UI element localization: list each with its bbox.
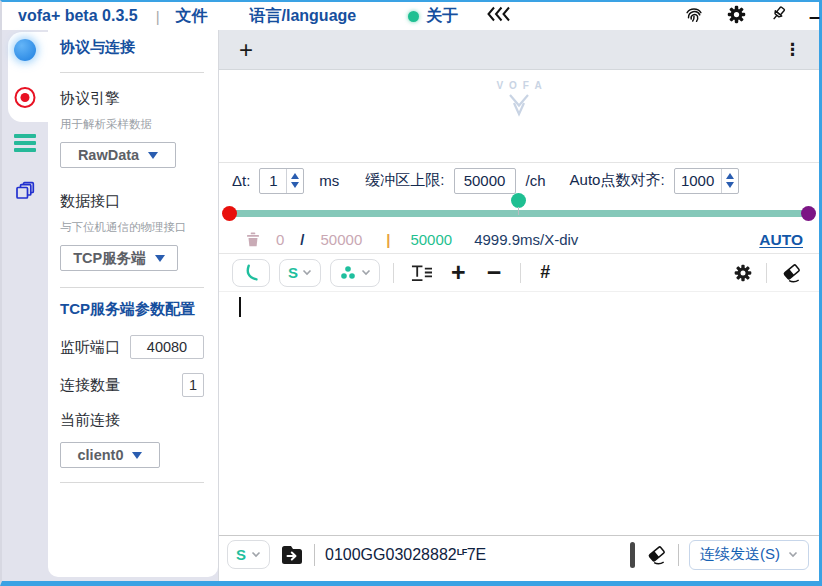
kebab-menu-icon[interactable]: ⋮ <box>784 39 801 60</box>
menu-file[interactable]: 文件 <box>176 6 208 27</box>
arrow-up-icon <box>726 173 734 179</box>
send-separator <box>314 544 315 566</box>
buffer-input[interactable]: 50000 <box>454 168 516 194</box>
scatter-widget-button[interactable] <box>330 259 380 287</box>
interface-select[interactable]: TCP服务端 <box>60 245 178 271</box>
clear-send-button[interactable] <box>645 544 668 565</box>
send-bar: S 0100GG03028882LF7E <box>219 535 819 573</box>
collapse-panel-button[interactable] <box>486 6 511 26</box>
send-button[interactable] <box>280 544 304 566</box>
vofa-watermark: VOFA <box>490 80 547 117</box>
slider-handle-mid[interactable] <box>511 193 526 208</box>
points-used: 0 <box>276 231 284 248</box>
current-connection-select[interactable]: client0 <box>60 442 160 468</box>
toolbar-separator <box>393 263 394 283</box>
send-engine-button[interactable]: S <box>227 540 270 569</box>
stats-slash: / <box>300 231 304 248</box>
connection-count-input[interactable]: 1 <box>182 373 204 397</box>
current-connection-value: client0 <box>78 447 124 463</box>
plot-settings-button[interactable] <box>733 263 753 283</box>
menu-language[interactable]: 语言/language <box>250 6 357 27</box>
pin-icon[interactable] <box>768 4 788 28</box>
slider-handle-left[interactable] <box>222 206 237 221</box>
trash-icon <box>244 230 262 249</box>
engine-widget-button[interactable]: S <box>279 259 321 287</box>
minimize-icon[interactable]: – <box>809 5 822 28</box>
send-input-text: 0100GG03028882 <box>325 546 457 564</box>
send-separator <box>678 544 679 566</box>
plot-header: VOFA <box>219 70 819 162</box>
eraser-icon <box>645 544 668 565</box>
engine-s-icon: S <box>288 264 298 281</box>
main-area: + ⋮ VOFA Δt: 1 ms 缓冲区上限 <box>218 30 819 581</box>
toolbar-separator <box>520 263 521 283</box>
vofa-logo-icon <box>502 93 536 117</box>
send-mode-button[interactable]: 连续发送(S) <box>689 540 809 570</box>
auto-align-label: Auto点数对齐: <box>570 171 665 190</box>
text-widget-button[interactable] <box>409 262 434 283</box>
clear-buffer-button[interactable] <box>244 230 262 249</box>
slider-track[interactable] <box>226 210 812 217</box>
record-icon[interactable] <box>15 87 36 108</box>
curve-widget-button[interactable] <box>232 259 270 287</box>
data-log-area[interactable] <box>219 292 819 535</box>
engine-s-icon: S <box>236 546 246 563</box>
eraser-icon <box>780 262 803 283</box>
titlebar-divider: | <box>156 8 160 25</box>
tabbar: + ⋮ <box>219 30 819 70</box>
zoom-out-button[interactable]: − <box>487 260 502 285</box>
arrow-down-icon <box>726 182 734 188</box>
spinner-arrows[interactable] <box>721 169 738 193</box>
text-widget-icon <box>409 262 434 283</box>
content: 协议与连接 协议引擎 用于解析采样数据 RawData 数据接口 与下位机通信的… <box>2 30 819 581</box>
toolbar-separator <box>766 263 767 283</box>
auto-scale-link[interactable]: AUTO <box>759 231 803 249</box>
connections-icon[interactable] <box>14 39 36 61</box>
connection-count-label: 连接数量 <box>60 376 120 395</box>
slider-handle-right[interactable] <box>801 206 816 221</box>
widget-toolbar: S + − # <box>219 254 819 292</box>
interface-select-value: TCP服务端 <box>73 249 146 268</box>
port-input[interactable]: 40080 <box>130 335 204 359</box>
arrow-up-icon <box>291 173 299 179</box>
auto-align-spinbox[interactable]: 1000 <box>674 168 739 194</box>
send-input[interactable]: 0100GG03028882LF7E <box>325 546 486 564</box>
collapse-icon <box>486 6 511 26</box>
engine-hint: 用于解析采样数据 <box>60 117 204 132</box>
spinner-arrows[interactable] <box>286 169 303 193</box>
settings-panel: 协议与连接 协议引擎 用于解析采样数据 RawData 数据接口 与下位机通信的… <box>48 30 218 577</box>
dt-spinbox[interactable]: 1 <box>259 168 304 194</box>
add-tab-button[interactable]: + <box>239 38 253 62</box>
curve-icon <box>241 263 261 283</box>
divider <box>60 72 204 73</box>
divider <box>60 287 204 288</box>
buffer-unit: /ch <box>526 172 546 189</box>
chevron-down-icon <box>788 551 798 558</box>
widgets-icon[interactable] <box>14 134 36 152</box>
ribbon-sidebar <box>2 30 48 581</box>
send-icon <box>280 544 304 566</box>
zoom-in-button[interactable]: + <box>451 260 466 285</box>
status-dot-icon <box>408 11 419 22</box>
hash-button[interactable]: # <box>540 262 550 283</box>
divider <box>60 482 204 483</box>
chevron-down-icon <box>132 452 142 459</box>
menu-about: 关于 <box>426 6 458 27</box>
window-points: 50000 <box>410 231 452 248</box>
panel-title: 协议与连接 <box>60 38 204 57</box>
auto-align-value: 1000 <box>675 169 721 193</box>
chevron-down-icon <box>251 551 261 558</box>
splitter-handle[interactable] <box>630 542 635 568</box>
interface-label: 数据接口 <box>60 192 204 211</box>
points-capacity: 50000 <box>321 231 363 248</box>
clear-plot-button[interactable] <box>780 262 803 283</box>
menu-about-group[interactable]: 关于 <box>408 6 458 27</box>
chevron-down-icon <box>302 269 312 276</box>
gear-icon[interactable] <box>726 4 747 29</box>
pages-icon[interactable] <box>14 180 36 206</box>
engine-select[interactable]: RawData <box>60 142 176 168</box>
dt-value: 1 <box>260 169 286 193</box>
fingerprint-icon[interactable] <box>683 3 705 29</box>
newline-glyph: LF <box>457 547 467 557</box>
chevron-down-icon <box>361 269 371 276</box>
